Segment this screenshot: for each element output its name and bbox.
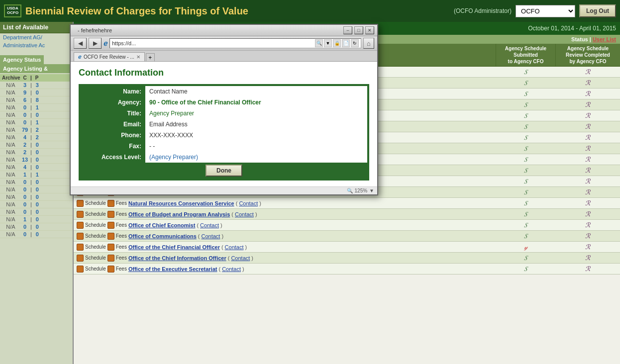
table-row-exec-secretariat: Schedule Fees Office of the Executive Se… [74,264,620,274]
sidebar-row: N/A1|1 [0,171,73,179]
done-button[interactable]: Done [206,165,242,177]
browser-title-text: - fehefrehehre [78,27,343,33]
chief-info-contact[interactable]: Contact [231,255,250,261]
zoom-icon: 🔍 [347,188,353,193]
zoom-dropdown-icon[interactable]: ▼ [369,188,374,193]
table-row-natural-resources: Schedule Fees Natural Resources Conserva… [74,198,620,209]
back-button[interactable]: ◀ [74,38,87,49]
browser-window-controls: – □ ✕ [343,26,374,34]
communications-contact[interactable]: Contact [202,233,220,239]
contact-phone-row: Phone: XXX-XXX-XXXX [81,130,367,141]
dept-ag: Department AG/ [0,33,73,41]
dropdown-arrow[interactable]: ▼ [324,39,332,47]
archive-col-header: Archive [2,75,19,81]
phone-value: XXX-XXX-XXXX [145,130,367,141]
agency-dropdown[interactable]: OCFO [516,5,575,17]
done-row: Done [81,163,367,179]
table-row-budget-program: Schedule Fees Office of Budget and Progr… [74,209,620,220]
chief-info-link[interactable]: Office of the Chief Information Officer [128,255,226,261]
chief-financial-link[interactable]: Office of the Chief Financial Officer [128,244,220,250]
chief-financial-contact[interactable]: Contact [225,244,244,250]
schedule-icon [77,233,84,240]
completed-col-header: Agency ScheduleReview Completedby Agency… [555,44,620,66]
sidebar-row: N/A0|1 [0,104,73,111]
new-tab-button[interactable]: + [146,53,155,61]
status-r: ℛ [555,79,620,87]
table-row-chief-financial: Schedule Fees Office of the Chief Financ… [74,242,620,253]
sidebar-row: N/A2|0 [0,141,73,149]
schedule-icon [77,266,84,273]
status-s: 𝑆 [496,68,555,76]
status-tab-container: Agency Status [0,53,73,64]
schedule-icon [77,200,84,207]
agency-status-tab[interactable]: Agency Status [0,55,44,64]
table-row-chief-info: Schedule Fees Office of the Chief Inform… [74,253,620,264]
contact-dialog-title: Contact Information [79,68,369,78]
status-header-label: Status | [571,36,593,42]
contact-info-table: Name: Contact Name Agency: 90 - Office o… [81,86,367,179]
contact-title-row: Title: Agency Preparer [81,108,367,119]
p-col-header: P [31,75,42,81]
table-row-chief-economist: Schedule Fees Office of Chief Economist … [74,220,620,231]
user-list-link[interactable]: User List [593,36,616,42]
c-col-header: C [19,75,30,81]
budget-program-contact[interactable]: Contact [235,211,254,217]
sidebar-row: N/A0|0 [0,223,73,231]
sidebar-row: N/A2|0 [0,149,73,156]
exec-secretariat-link[interactable]: Office of the Executive Secretariat [128,266,217,272]
exec-secretariat-contact[interactable]: Contact [222,266,241,272]
contact-email-row: Email: Email Address [81,119,367,130]
forward-button[interactable]: ▶ [89,38,102,49]
admin-ac: Administrative Ac [0,41,73,49]
browser-popup: - fehefrehehre – □ ✕ ◀ ▶ ℯ https://d... … [70,24,378,195]
usda-logo: USDA OCFO [4,4,21,17]
fees-icon [107,200,114,207]
contact-name-row: Name: Contact Name [81,86,367,97]
submitted-col-header: Agency ScheduleSubmittedto Agency CFO [496,44,555,66]
browser-titlebar: - fehefrehehre – □ ✕ [71,25,377,36]
budget-program-link[interactable]: Office of Budget and Program Analysis [128,211,230,217]
sidebar-row: N/A0|0 [0,186,73,193]
home-button[interactable]: ⌂ [363,38,374,49]
sidebar-row: N/A13|0 [0,156,73,164]
communications-link[interactable]: Office of Communications [128,233,197,239]
sidebar-row: N/A0|0 [0,208,73,216]
natural-resources-contact[interactable]: Contact [239,200,258,206]
sidebar-row: N/A0|0 [0,231,73,238]
chief-economist-contact[interactable]: Contact [200,222,219,228]
email-value: Email Address [145,119,367,130]
sidebar-row: N/A4|0 [0,164,73,171]
agency-listing-tab[interactable]: Agency Listing & [0,64,73,73]
title-value: Agency Preparer [145,108,367,119]
maximize-button[interactable]: □ [354,26,363,34]
tab-close-button[interactable]: ✕ [136,54,140,60]
zoom-bar: 🔍 125% ▼ [71,186,377,194]
title-label: Title: [81,108,145,119]
sidebar: List of Available Department AG/ Adminis… [0,22,74,364]
address-bar: https://d... 🔍 ▼ 🔒 📄 ↻ [109,38,361,48]
certificate-icon[interactable]: 📄 [342,39,350,47]
done-cell: Done [81,163,367,179]
minimize-button[interactable]: – [343,26,352,34]
chief-economist-link[interactable]: Office of Chief Economist [128,222,195,228]
schedule-icon [77,222,84,229]
app-header: USDA OCFO Biennial Review of Charges for… [0,0,620,22]
contact-form: Name: Contact Name Agency: 90 - Office o… [79,84,369,181]
natural-resources-link[interactable]: Natural Resources Conservation Service [128,200,234,206]
refresh-icon[interactable]: ↻ [351,39,359,47]
sidebar-row: N/A4|2 [0,134,73,141]
address-text[interactable]: https://d... [112,40,315,46]
search-address-icon[interactable]: 🔍 [315,39,323,47]
fees-icon [107,255,114,262]
fees-icon [107,266,114,273]
browser-tab-active[interactable]: ℯ OCFO Fee Review - ... ✕ [74,52,145,61]
sidebar-row: N/A0|0 [0,179,73,186]
browser-tab-bar: ℯ OCFO Fee Review - ... ✕ + [71,51,377,62]
review-period: October 01, 2014 - April 01, 2015 [528,25,616,32]
schedule-icon [77,244,84,251]
schedule-icon [77,255,84,262]
close-window-button[interactable]: ✕ [365,26,374,34]
ie-logo: ℯ [103,39,107,47]
list-available-header: List of Available [0,22,73,33]
logout-button[interactable]: Log Out [579,4,616,17]
